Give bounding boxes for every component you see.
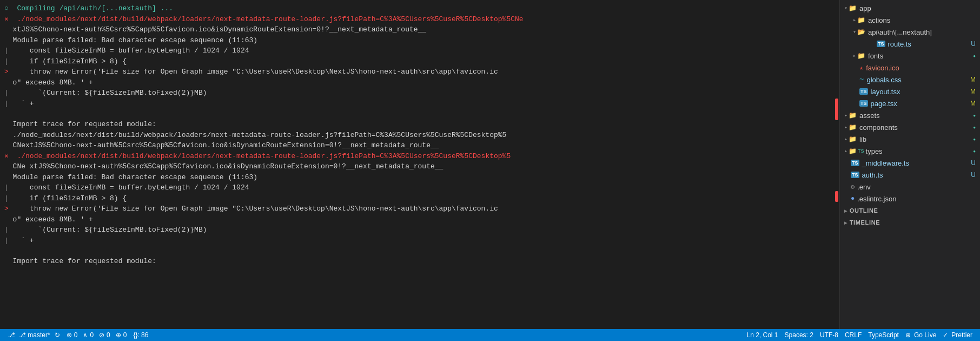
errors-section[interactable]: ⊗ 0 ∧ 0 ⊘ 0 ⊕ 0 [63,329,130,341]
terminal-line: | if (fileSizeInMB > 8) { [0,56,839,67]
terminal-line [0,246,839,256]
sidebar-item-favicon-ico[interactable]: ★favicon.ico [840,62,980,74]
hint-count: 0 [123,331,127,339]
terminal-line: o" exceeds 8MB. ' + [0,214,839,225]
chevron-right-icon: ▸ [844,112,847,119]
chevron-right-icon: ▸ [844,136,847,142]
item-label: assets [859,112,973,120]
folder-icon: 📁 [849,4,857,12]
prettier-text: Prettier [951,331,972,339]
go-live-button[interactable]: ⊕ Go Live [902,331,939,339]
sidebar-item-page-tsx[interactable]: TSpage.tsxM [840,97,980,109]
spaces-text: Spaces: 2 [785,331,813,339]
item-label: layout.tsx [871,88,967,96]
section-label: OUTLINE [850,207,878,214]
main-layout: ○ Compiling /api/auth/[...nextauth] ...✕… [0,0,980,329]
warning-count: 0 [90,331,94,339]
folder-ts-icon: 📁 [849,147,857,155]
item-label: fonts [868,52,973,60]
folder-icon: 📂 [857,28,865,36]
sidebar-item-actions[interactable]: ▸📁actions [840,14,980,26]
sidebar-item-app[interactable]: ▾📁app [840,2,980,14]
bracket-count[interactable]: {}: 86 [130,329,151,341]
chevron-right-icon: ▸ [853,53,856,59]
chevron-down-icon: ▾ [853,29,856,35]
terminal-line: ○ Compiling /api/auth/[...nextauth] ... [0,3,839,14]
chevron-down-icon: ▾ [844,5,847,11]
item-label: _middleware.ts [862,159,968,167]
terminal-line: Import trace for requested module: [0,119,839,130]
sidebar-item-assets[interactable]: ▸📁assets● [840,109,980,121]
ts-icon: TS [851,172,859,178]
cursor-position[interactable]: Ln 2, Col 1 [743,331,781,339]
sidebar-item-lib[interactable]: ▸📁lib● [840,133,980,145]
git-branch[interactable]: ⎇ ⎇ master* ↻ [4,329,63,341]
sidebar-item-env[interactable]: ⚙.env [840,181,980,193]
sidebar-item-fonts[interactable]: ▸📁fonts● [840,50,980,62]
error-icon: ⊗ [67,331,72,339]
terminal-line: > throw new Error('File size for Open Gr… [0,67,839,77]
terminal-line: CNextJS%5Chono-next-auth%5Csrc%5Capp%5Cf… [0,140,839,151]
language-mode[interactable]: TypeScript [865,331,902,339]
sidebar-item-types[interactable]: ▸📁TStypes● [840,145,980,157]
terminal-line: | ` + [0,235,839,246]
terminal-line: Import trace for requested module: [0,256,839,267]
env-icon: ⚙ [851,183,855,191]
terminal-line: o" exceeds 8MB. ' + [0,77,839,88]
folder-icon: 📁 [857,16,865,24]
sidebar-item-auth-ts[interactable]: TSauth.tsU [840,169,980,181]
spaces-setting[interactable]: Spaces: 2 [782,331,817,339]
branch-name: ⎇ master* [18,331,50,339]
terminal-line: | `(Current: ${fileSizeInMB.toFixed(2)}M… [0,88,839,99]
terminal-line: xtJS%5Chono-next-auth%5Csrc%5Capp%5Cfavi… [0,24,839,35]
sync-icon: ↻ [55,331,60,339]
git-icon: ⎇ [8,331,15,339]
sidebar-item-globals-css[interactable]: ~globals.cssM [840,74,980,86]
encoding-setting[interactable]: UTF-8 [817,331,842,339]
line-ending-setting[interactable]: CRLF [842,331,865,339]
sidebar-item-middleware-ts[interactable]: TS_middleware.tsU [840,157,980,169]
language-text: TypeScript [868,331,899,339]
sidebar-item-route-ts[interactable]: TSroute.tsU [840,38,980,50]
modified-dot: ● [973,54,976,58]
terminal-line: | ` + [0,99,839,109]
status-right: Ln 2, Col 1 Spaces: 2 UTF-8 CRLF TypeScr… [743,331,976,339]
item-badge: M [970,88,976,95]
chevron-right-icon: ▸ [844,220,847,226]
encoding-text: UTF-8 [820,331,838,339]
section-header-outline[interactable]: ▸OUTLINE [840,205,980,217]
terminal-panel[interactable]: ○ Compiling /api/auth/[...nextauth] ...✕… [0,0,839,329]
prettier-button[interactable]: ✓ Prettier [939,331,976,339]
item-badge: U [971,171,976,179]
terminal-line: | const fileSizeInMB = buffer.byteLength… [0,45,839,56]
sidebar-item-eslintrc-json[interactable]: ●.eslintrc.json [840,193,980,205]
info-icon: ⊘ [99,331,104,339]
line-ending-text: CRLF [845,331,862,339]
item-badge: M [970,76,976,83]
item-label: .eslintrc.json [857,195,976,203]
ts-icon: TS [851,160,859,166]
json-icon: ● [851,195,855,202]
sidebar-item-components[interactable]: ▸📁components● [840,121,980,133]
bracket-label: {}: 86 [133,331,148,339]
scroll-indicator [835,99,838,120]
position-text: Ln 2, Col 1 [746,331,778,339]
tsx-icon: TS [859,100,868,107]
terminal-line: ./node_modules/next/dist/build/webpack/l… [0,130,839,141]
item-label: page.tsx [871,100,967,108]
modified-dot: ● [973,113,976,118]
chevron-right-icon: ▸ [844,148,847,154]
item-badge: U [971,40,976,48]
sidebar-item-layout-tsx[interactable]: TSlayout.tsxM [840,86,980,97]
sidebar-item-api-auth[interactable]: ▾📂api\auth\[...nextauth] [840,26,980,38]
section-header-timeline[interactable]: ▸TIMELINE [840,217,980,228]
terminal-line: | if (fileSizeInMB > 8) { [0,193,839,204]
terminal-line: ✕ ./node_modules/next/dist/build/webpack… [0,151,839,162]
ts-small-icon: TS [858,148,864,154]
item-label: actions [868,16,976,24]
terminal-line: CNe xtJS%5Chono-next-auth%5Csrc%5Capp%5C… [0,161,839,172]
error-count: 0 [74,331,78,339]
terminal-line: Module parse failed: Bad character escap… [0,172,839,183]
chevron-right-icon: ▸ [853,17,856,23]
css-icon: ~ [859,75,864,84]
